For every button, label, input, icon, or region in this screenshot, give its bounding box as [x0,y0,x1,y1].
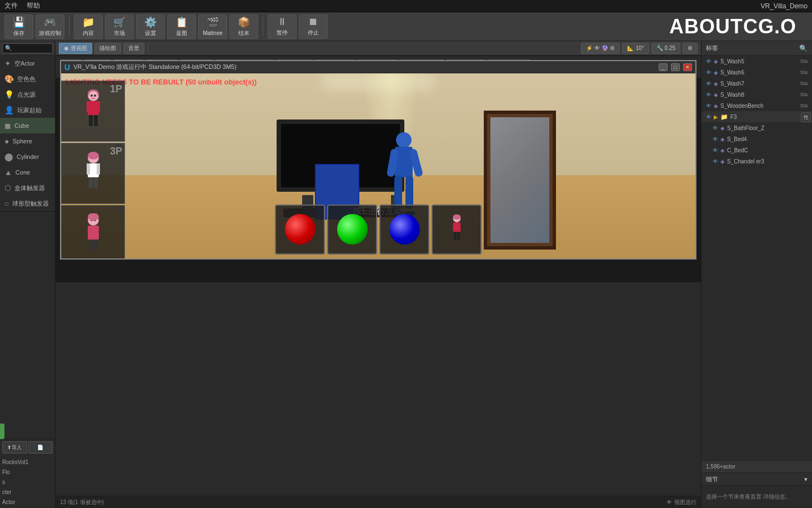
bl-item-4[interactable]: cter [2,487,53,497]
bl-item-5[interactable]: Actor [2,497,53,507]
vt-extra-settings[interactable]: ⚙ [683,43,698,54]
rp-item-woodenbench[interactable]: 👁 ◈ S_WoodenBench Sta [701,100,812,111]
char-thumb-1[interactable]: 1P [61,81,125,142]
viewport-lit-btn[interactable]: 音景 [123,43,144,54]
char-thumb-3[interactable]: 出战演奏 [61,205,125,258]
toolbar-btn-gamecontrol[interactable]: 🎮 游戏控制 [36,14,64,39]
bl-item-3[interactable]: s [2,477,53,487]
svg-point-10 [91,94,93,97]
rp-item-chandelier[interactable]: 👁 ◈ S_Chandel er3 [701,156,812,167]
vt-snap-size[interactable]: 🔧 0.25 [651,43,680,54]
svg-rect-15 [97,163,100,175]
mesh-icon-wash8: ◈ [714,92,718,98]
left-item-point-light[interactable]: 💡 点光源 [0,87,55,102]
eye-icon-bed4: 👁 [713,136,718,142]
toolbar-btn-content[interactable]: 📁 内容 [74,14,103,39]
svg-point-11 [94,94,96,97]
eye-icon-wb: 👁 [706,103,711,109]
toolbar-separator-1 [69,17,69,37]
eye-icon-f3: 👁 [706,114,711,120]
maximize-button[interactable]: □ [671,63,680,71]
rp-item-wash6[interactable]: 👁 ◈ S_Wash6 Sta [701,67,812,78]
svg-rect-23 [88,226,99,240]
rp-item-bathfloor[interactable]: 👁 ◈ S_BathFloor_Z [701,122,812,133]
left-item-sphere[interactable]: ● Sphere [0,133,55,149]
rp-item-bedc[interactable]: 👁 ◈ C_BedC [701,145,812,156]
details-dropdown-icon[interactable]: ▾ [804,476,808,483]
viewport-wireframe-btn[interactable]: 描绘图 [94,43,121,54]
toolbar-btn-bundle[interactable]: 📦 结本 [229,14,258,39]
inv-slot-blue[interactable]: 蓝色 [379,205,429,255]
inv-slot-character[interactable]: 装备 [432,205,482,255]
rp-item-wash5[interactable]: 👁 ◈ S_Wash5 Sta [701,56,812,67]
minimize-button[interactable]: _ [659,63,668,71]
watermark-logo: ABOUTCG.O [641,14,808,39]
close-button[interactable]: ✕ [683,63,692,71]
menu-item-file[interactable]: 文件 [4,1,18,11]
left-item-sphere-trigger[interactable]: ○ 球形型触发器 [0,196,55,211]
vt-grid-size[interactable]: 📐 10° [622,43,649,54]
bottom-content-area: 13 项(1 项被选中) 👁 视图选行 [56,282,701,509]
toolbar-btn-blueprint[interactable]: 📋 蓝图 [167,14,196,39]
inv-char-icon [442,214,472,245]
svg-point-21 [88,152,99,160]
blue-ball [389,214,420,245]
svg-rect-5 [94,115,98,126]
folder-icon-f3: ▶ [714,114,718,120]
svg-rect-17 [94,177,98,188]
rp-item-wash7[interactable]: 👁 ◈ S_Wash7 Sta [701,78,812,89]
svg-rect-39 [453,222,460,232]
eye-icon-bedc: 👁 [713,147,718,153]
inv-slot-green[interactable]: 绿色 [327,205,377,255]
eye-icon-wash6: 👁 [706,69,711,76]
import-button[interactable]: ⬆ 导入 [2,441,27,454]
status-selection-count: 13 项(1 项被选中) [60,499,104,506]
menu-item-help[interactable]: 帮助 [27,1,40,11]
left-item-color-actor[interactable]: 🎨 空色色 [0,71,55,87]
bl-item-1[interactable]: RocksVol1 [2,457,53,467]
toolbar-btn-save[interactable]: 💾 保存 [4,14,33,39]
left-item-cube[interactable]: ◼ Cube [0,118,55,133]
left-item-cone[interactable]: ▲ Cone [0,165,55,180]
watermark-text: ABOUTCG.O [669,15,796,38]
game-scene: LIGHTING NEEDS TO BE REBUILT (50 unbuilt… [61,73,695,258]
left-search-icon: 🔍 [5,45,12,51]
bl-item-2[interactable]: Flo [2,467,53,477]
window-title: VR_Villa_Demo [761,2,808,10]
rp-item-wash8[interactable]: 👁 ◈ S_Wash8 Sta [701,89,812,100]
prop-btn-1[interactable]: 性 [801,112,811,122]
eye-icon-wash8: 👁 [706,92,711,98]
left-item-cylinder[interactable]: ⬤ Cylinder [0,149,55,165]
ue-logo-icon: U [64,63,70,72]
viewport-window: U VR_V'lla Demo 游戏运行中 Standalone (64-bit… [60,60,696,260]
toolbar-btn-stop[interactable]: ⏹ 停止 [299,14,328,39]
char-thumb-2[interactable]: 3P [61,143,125,204]
toolbar-btn-pause[interactable]: ⏸ 暂停 [268,14,297,39]
details-placeholder-text: 选择一个节来查看直置 详细信息。 [701,486,812,508]
actor-counter: 1,586+actor [701,460,812,472]
svg-point-45 [453,215,460,220]
inv-slot-red[interactable]: 红色 [275,205,325,255]
toolbar-btn-market[interactable]: 🛒 市场 [105,14,134,39]
status-view-label: 视图选行 [674,499,696,506]
door-frame [484,111,556,250]
char-head [396,132,412,148]
rp-item-f3-folder[interactable]: 👁 ▶ 📁 F3 [701,111,812,122]
left-item-player-start[interactable]: 👤 玩家起始 [0,102,55,118]
rp-item-bed4[interactable]: 👁 ◈ S_Bed4 [701,133,812,145]
toolbar-btn-matinee[interactable]: 🎬 Matinee [198,14,227,39]
left-item-empty-actor[interactable]: ✦ 空Actor [0,56,55,71]
export-button[interactable]: 📄 [28,441,53,454]
details-section-header: 细节 ▾ [701,472,812,486]
mesh-icon-chand: ◈ [720,158,725,165]
player-character [384,132,423,216]
vt-icons-group[interactable]: ⚡ 👁 🔮 ⚙ [581,43,620,54]
right-panel-title: 标签 [706,44,718,52]
left-item-box-trigger[interactable]: ⬡ 盒体触发器 [0,180,55,196]
door-mirror [490,117,549,243]
viewport-perspective-btn[interactable]: ◉ 透视图 [59,43,92,54]
svg-rect-24 [89,240,93,251]
vt-separator [148,44,148,53]
toolbar-btn-settings[interactable]: ⚙️ 设置 [136,14,165,39]
right-panel-search-icon[interactable]: 🔍 [799,44,808,52]
